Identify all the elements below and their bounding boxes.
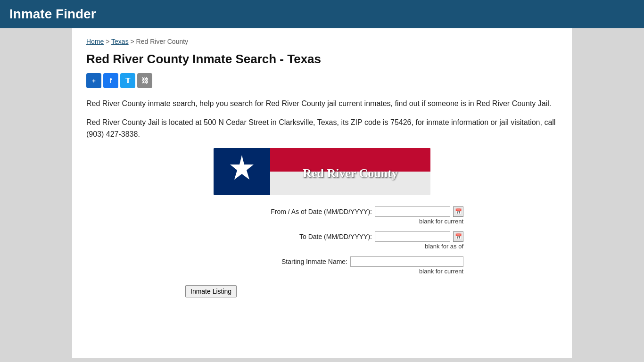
social-share-group: + f 𝕋 ⛓ (86, 73, 558, 88)
from-date-hint: blank for current (419, 218, 463, 225)
site-header: Inmate Finder (0, 0, 644, 28)
main-content: Home > Texas > Red River County Red Rive… (72, 28, 572, 358)
to-date-label: To Date (MM/DD/YYYY): (249, 233, 372, 240)
description-section: Red River County inmate search, help you… (86, 98, 558, 140)
twitter-button[interactable]: 𝕋 (120, 73, 135, 88)
inmate-name-row: Starting Inmate Name: (225, 256, 463, 267)
search-form: From / As of Date (MM/DD/YYYY): 📅 blank … (86, 206, 558, 297)
from-date-label: From / As of Date (MM/DD/YYYY): (249, 208, 372, 215)
from-date-input[interactable] (375, 206, 450, 217)
twitter-icon: 𝕋 (125, 77, 130, 84)
to-date-calendar-button[interactable]: 📅 (453, 231, 463, 242)
facebook-button[interactable]: f (103, 73, 118, 88)
breadcrumb-texas[interactable]: Texas (111, 38, 129, 45)
to-date-row: To Date (MM/DD/YYYY): 📅 (249, 231, 463, 242)
svg-text:Red River County: Red River County (303, 166, 398, 180)
site-title: Inmate Finder (9, 7, 635, 22)
to-date-input[interactable] (375, 231, 450, 242)
from-date-calendar-button[interactable]: 📅 (453, 206, 463, 217)
inmate-name-hint: blank for current (419, 268, 463, 275)
description-paragraph-2: Red River County Jail is located at 500 … (86, 116, 558, 140)
inmate-name-input[interactable] (350, 256, 463, 267)
share-icon: + (92, 77, 96, 84)
link-icon: ⛓ (141, 77, 148, 84)
breadcrumb: Home > Texas > Red River County (86, 38, 558, 45)
breadcrumb-current: Red River County (136, 38, 189, 45)
texas-flag-svg: Red River County (214, 148, 430, 195)
calendar-icon-2: 📅 (455, 233, 462, 240)
page-title: Red River County Inmate Search - Texas (86, 52, 558, 66)
to-date-hint: blank for as of (425, 243, 463, 250)
calendar-icon: 📅 (455, 208, 462, 215)
share-button[interactable]: + (86, 73, 101, 88)
inmate-name-label: Starting Inmate Name: (225, 258, 347, 265)
description-paragraph-1: Red River County inmate search, help you… (86, 98, 558, 110)
county-banner: Red River County (214, 148, 430, 195)
breadcrumb-home[interactable]: Home (86, 38, 104, 45)
from-date-row: From / As of Date (MM/DD/YYYY): 📅 (249, 206, 463, 217)
copy-link-button[interactable]: ⛓ (137, 73, 152, 88)
facebook-icon: f (110, 77, 112, 84)
inmate-listing-button[interactable]: Inmate Listing (185, 285, 237, 297)
